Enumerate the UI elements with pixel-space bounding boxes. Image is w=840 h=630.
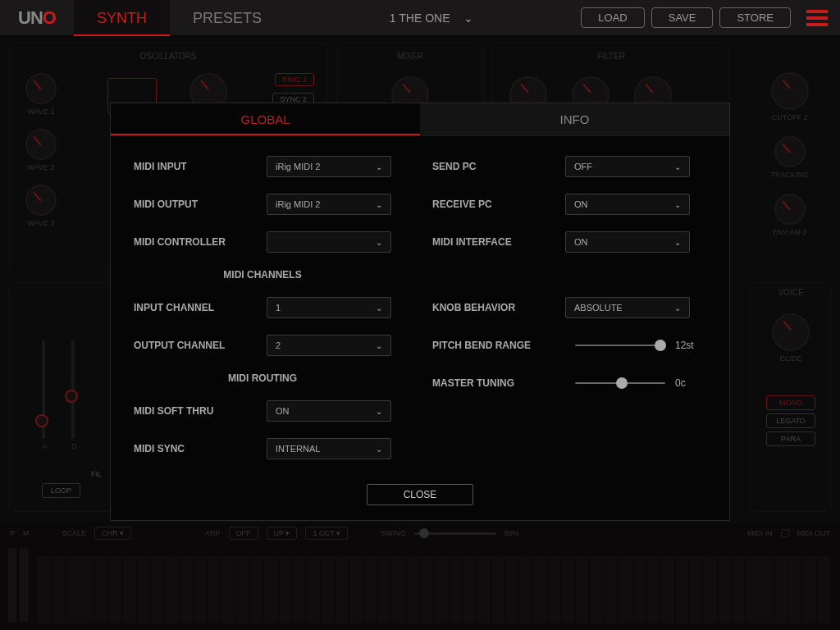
ring2-button[interactable]: RING 2 bbox=[275, 73, 314, 86]
tab-global[interactable]: GLOBAL bbox=[111, 103, 420, 135]
arp-oct[interactable]: 1 OCT ▾ bbox=[305, 527, 348, 540]
swing-label: SWING bbox=[381, 529, 406, 537]
tab-presets[interactable]: PRESETS bbox=[170, 0, 285, 36]
chevron-down-icon: ⌄ bbox=[674, 162, 681, 171]
modal-left-column: MIDI INPUT iRig MIDI 2⌄ MIDI OUTPUT iRig… bbox=[134, 156, 408, 459]
midi-sync-select[interactable]: INTERNAL⌄ bbox=[267, 438, 391, 459]
chevron-down-icon: ⌄ bbox=[376, 407, 382, 416]
preset-selector[interactable]: 1 THE ONE ⌄ bbox=[285, 11, 578, 25]
filter-title: FILTER bbox=[493, 52, 729, 61]
send-pc-select[interactable]: OFF⌄ bbox=[565, 156, 690, 177]
voice-panel: VOICE GLIDE MONO LEGATO PARA bbox=[750, 282, 832, 512]
swing-slider[interactable] bbox=[414, 532, 496, 535]
pitch-bend-slider[interactable] bbox=[575, 345, 665, 346]
midi-output-label: MIDI OUTPUT bbox=[134, 199, 267, 210]
level-meters bbox=[8, 548, 31, 622]
input-channel-label: INPUT CHANNEL bbox=[134, 302, 267, 313]
envam2-knob[interactable] bbox=[774, 194, 806, 225]
master-tuning-slider[interactable] bbox=[575, 382, 665, 384]
midi-controller-select[interactable]: ⌄ bbox=[267, 231, 391, 253]
p-label: P bbox=[10, 529, 15, 537]
wave1-knob[interactable] bbox=[25, 73, 57, 104]
pitch-bend-label: PITCH BEND RANGE bbox=[432, 340, 572, 351]
loop-button[interactable]: LOOP bbox=[42, 483, 80, 498]
right-panel: CUTOFF 2 TRACKING ENV AM 2 bbox=[750, 43, 832, 272]
master-tuning-value: 0c bbox=[675, 377, 686, 389]
legato-button[interactable]: LEGATO bbox=[766, 413, 815, 428]
store-button[interactable]: STORE bbox=[719, 7, 791, 28]
glide-knob[interactable] bbox=[772, 313, 810, 351]
tab-info[interactable]: INFO bbox=[420, 103, 729, 135]
settings-modal: GLOBAL INFO MIDI INPUT iRig MIDI 2⌄ MIDI… bbox=[110, 103, 730, 521]
modal-right-column: SEND PC OFF⌄ RECEIVE PC ON⌄ MIDI INTERFA… bbox=[408, 156, 706, 459]
midi-input-label: MIDI INPUT bbox=[134, 161, 267, 172]
chevron-down-icon: ⌄ bbox=[376, 341, 382, 350]
output-channel-label: OUTPUT CHANNEL bbox=[134, 340, 267, 351]
tracking-knob[interactable] bbox=[774, 136, 806, 167]
keyboard[interactable] bbox=[38, 556, 830, 623]
close-button[interactable]: CLOSE bbox=[367, 484, 473, 505]
wave1-label: WAVE 1 bbox=[27, 107, 54, 116]
chevron-down-icon: ⌄ bbox=[674, 238, 681, 247]
pitch-bend-value: 12st bbox=[675, 340, 694, 351]
voice-title: VOICE bbox=[751, 288, 831, 297]
chevron-down-icon: ⌄ bbox=[674, 200, 681, 209]
wave2-knob[interactable] bbox=[25, 129, 57, 160]
fader-d-label: D bbox=[71, 442, 77, 450]
chevron-down-icon: ⌄ bbox=[674, 304, 681, 313]
arp-toggle[interactable]: OFF bbox=[229, 527, 258, 540]
logo-accent: O bbox=[43, 7, 56, 28]
midi-input-select[interactable]: iRig MIDI 2⌄ bbox=[267, 156, 391, 177]
cutoff2-knob[interactable] bbox=[771, 72, 809, 110]
receive-pc-label: RECEIVE PC bbox=[432, 199, 565, 210]
midi-controller-label: MIDI CONTROLLER bbox=[134, 236, 267, 248]
tracking-label: TRACKING bbox=[770, 171, 809, 179]
chevron-down-icon: ⌄ bbox=[376, 200, 382, 209]
arp-dir[interactable]: UP ▾ bbox=[267, 527, 298, 540]
save-button[interactable]: SAVE bbox=[651, 7, 714, 28]
knob-behavior-select[interactable]: ABSOLUTE⌄ bbox=[565, 297, 690, 318]
chevron-down-icon: ⌄ bbox=[376, 445, 382, 454]
input-channel-select[interactable]: 1⌄ bbox=[267, 297, 391, 318]
preset-name: 1 THE ONE bbox=[390, 11, 450, 25]
fader-a[interactable] bbox=[42, 340, 45, 439]
midi-output-select[interactable]: iRig MIDI 2⌄ bbox=[267, 194, 391, 215]
top-bar: UNO SYNTH PRESETS 1 THE ONE ⌄ LOAD SAVE … bbox=[0, 0, 840, 36]
fader-a-label: A bbox=[42, 442, 47, 450]
chevron-down-icon: ⌄ bbox=[463, 11, 473, 25]
receive-pc-select[interactable]: ON⌄ bbox=[565, 194, 690, 215]
knob-behavior-label: KNOB BEHAVIOR bbox=[432, 302, 565, 313]
modal-tabs: GLOBAL INFO bbox=[111, 103, 729, 136]
cutoff2-label: CUTOFF 2 bbox=[772, 113, 808, 121]
chevron-down-icon: ⌄ bbox=[376, 304, 382, 313]
output-channel-select[interactable]: 2⌄ bbox=[267, 335, 391, 356]
scale-label: SCALE bbox=[62, 529, 87, 537]
fil-label: FIL bbox=[91, 470, 102, 478]
wave3-knob[interactable] bbox=[25, 185, 57, 216]
load-button[interactable]: LOAD bbox=[581, 7, 644, 28]
menu-icon[interactable] bbox=[801, 10, 833, 26]
scale-select[interactable]: CHR ▾ bbox=[94, 527, 131, 540]
midi-soft-thru-select[interactable]: ON⌄ bbox=[267, 400, 391, 422]
bottom-strip: P M SCALE CHR ▾ ARP OFF UP ▾ 1 OCT ▾ SWI… bbox=[0, 523, 840, 630]
midi-channels-header: MIDI CHANNELS bbox=[134, 269, 391, 281]
mono-button[interactable]: MONO bbox=[766, 395, 815, 410]
swing-value: 50% bbox=[504, 529, 519, 537]
tab-synth[interactable]: SYNTH bbox=[74, 0, 170, 36]
fader-d[interactable] bbox=[71, 340, 75, 439]
logo: UNO bbox=[0, 0, 74, 36]
chevron-down-icon: ⌄ bbox=[376, 162, 382, 171]
send-pc-label: SEND PC bbox=[432, 161, 565, 172]
master-tuning-label: MASTER TUNING bbox=[432, 377, 572, 389]
m-label: M bbox=[23, 529, 30, 537]
arp-label: ARP bbox=[205, 529, 221, 537]
oscillators-title: OSCILLATORS bbox=[9, 52, 327, 61]
midi-interface-select[interactable]: ON⌄ bbox=[565, 231, 690, 253]
glide-label: GLIDE bbox=[779, 354, 801, 363]
mixer-title: MIXER bbox=[337, 52, 483, 61]
chevron-down-icon: ⌄ bbox=[376, 238, 382, 247]
para-button[interactable]: PARA bbox=[766, 431, 815, 446]
envam2-label: ENV AM 2 bbox=[773, 228, 807, 236]
midi-in-indicator bbox=[781, 529, 789, 537]
midi-soft-thru-label: MIDI SOFT THRU bbox=[134, 405, 267, 417]
